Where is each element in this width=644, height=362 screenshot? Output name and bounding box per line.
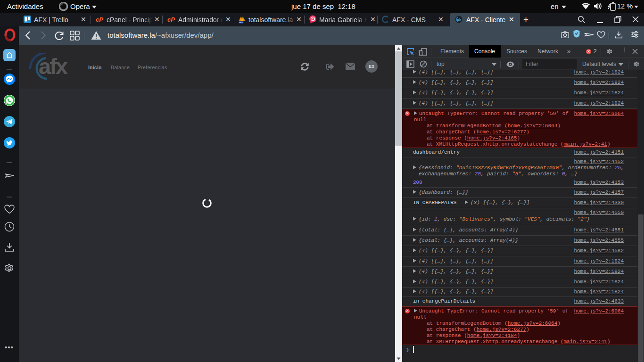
svg-text:afx: afx (39, 54, 68, 79)
svg-text:afx: afx (457, 18, 462, 21)
svg-text:PAXI: PAXI (239, 22, 243, 24)
